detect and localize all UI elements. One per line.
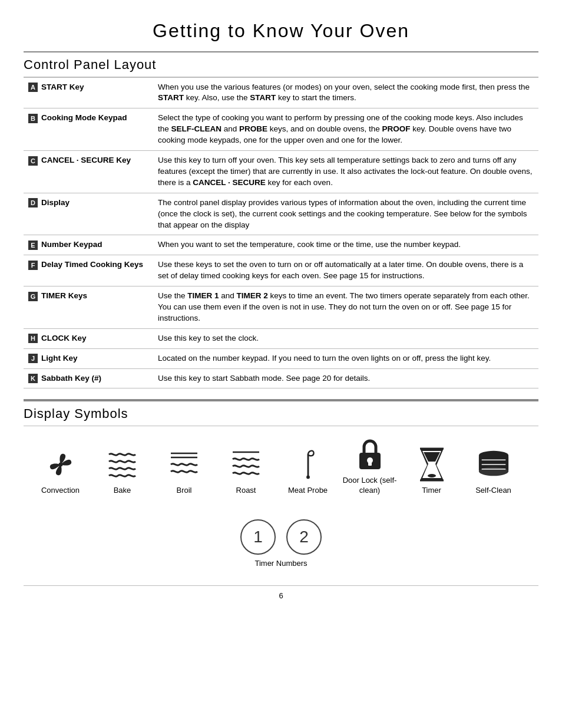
- row-label-cell: ENumber Keypad: [24, 235, 153, 255]
- row-label-cell: GTIMER Keys: [24, 286, 153, 329]
- row-desc-cell: Use this key to turn off your oven. This…: [153, 151, 538, 193]
- row-desc-cell: Located on the number keypad. If you nee…: [153, 348, 538, 368]
- symbol-label: Timer: [422, 486, 441, 496]
- row-label-cell: BCooking Mode Keypad: [24, 108, 153, 151]
- row-desc-cell: Use these keys to set the oven to turn o…: [153, 255, 538, 286]
- bake-icon: [107, 447, 138, 482]
- symbol-label: Bake: [114, 486, 131, 496]
- row-key-label: Light Key: [41, 354, 78, 363]
- symbol-item: Self-Clean: [462, 447, 524, 496]
- table-row: KSabbath Key (#)Use this key to start Sa…: [24, 368, 538, 388]
- table-row: ENumber KeypadWhen you want to set the t…: [24, 235, 538, 255]
- main-title: Getting to Know Your Oven: [24, 12, 538, 51]
- table-row: BCooking Mode KeypadSelect the type of c…: [24, 108, 538, 151]
- row-key-label: Delay Timed Cooking Keys: [41, 260, 143, 269]
- roast-icon: [230, 447, 262, 482]
- timer-numbers-label: Timer Numbers: [24, 558, 538, 569]
- row-badge: E: [28, 241, 38, 250]
- timer-icon: [415, 447, 448, 482]
- row-desc-cell: When you want to set the temperature, co…: [153, 235, 538, 255]
- symbol-item: Door Lock (self-clean): [339, 437, 401, 496]
- row-badge: F: [28, 261, 38, 270]
- control-panel-table: ASTART KeyWhen you use the various featu…: [24, 77, 538, 389]
- row-desc-cell: Use this key to start Sabbath mode. See …: [153, 368, 538, 388]
- table-row: FDelay Timed Cooking KeysUse these keys …: [24, 255, 538, 286]
- svg-point-14: [428, 474, 436, 477]
- timer-number-circle: 2: [286, 519, 322, 555]
- symbol-label: Meat Probe: [288, 486, 328, 496]
- doorlock-icon: [355, 437, 385, 472]
- row-desc-cell: Use this key to set the clock.: [153, 328, 538, 348]
- table-row: CCANCEL · SECURE KeyUse this key to turn…: [24, 151, 538, 193]
- row-key-label: TIMER Keys: [41, 291, 87, 300]
- row-key-label: Sabbath Key (#): [41, 374, 101, 383]
- row-badge: A: [28, 83, 38, 92]
- row-desc-cell: Select the type of cooking you want to p…: [153, 108, 538, 151]
- symbol-label: Broil: [176, 486, 191, 496]
- row-badge: K: [28, 374, 38, 383]
- table-row: JLight KeyLocated on the number keypad. …: [24, 348, 538, 368]
- probe-icon: [294, 447, 322, 482]
- symbol-item: Convection: [29, 447, 91, 496]
- svg-point-17: [478, 467, 508, 476]
- row-label-cell: HCLOCK Key: [24, 328, 153, 348]
- row-label-cell: JLight Key: [24, 348, 153, 368]
- symbol-item: Timer: [401, 447, 462, 496]
- symbol-item: Roast: [215, 447, 277, 496]
- row-label-cell: DDisplay: [24, 193, 153, 235]
- table-row: HCLOCK KeyUse this key to set the clock.: [24, 328, 538, 348]
- display-symbols-title: Display Symbols: [24, 400, 538, 426]
- symbol-item: Meat Probe: [277, 447, 339, 496]
- row-badge: J: [28, 354, 38, 363]
- row-badge: G: [28, 292, 38, 301]
- row-key-label: CLOCK Key: [41, 334, 87, 342]
- page-number: 6: [24, 585, 538, 601]
- row-desc-cell: When you use the various features (or mo…: [153, 77, 538, 108]
- convection-icon: [42, 447, 79, 482]
- row-label-cell: CCANCEL · SECURE Key: [24, 151, 153, 193]
- selfclean-icon: [476, 447, 511, 482]
- row-desc-cell: Use the TIMER 1 and TIMER 2 keys to time…: [153, 286, 538, 329]
- table-row: DDisplayThe control panel display provid…: [24, 193, 538, 235]
- row-badge: D: [28, 198, 38, 207]
- symbol-label: Convection: [41, 486, 80, 496]
- svg-point-5: [306, 476, 310, 479]
- row-key-label: Number Keypad: [41, 240, 103, 249]
- table-row: ASTART KeyWhen you use the various featu…: [24, 77, 538, 108]
- row-key-label: Display: [41, 198, 70, 207]
- row-label-cell: KSabbath Key (#): [24, 368, 153, 388]
- symbol-item: Broil: [153, 447, 215, 496]
- timer-numbers-row: 12: [24, 519, 538, 555]
- row-label-cell: ASTART Key: [24, 77, 153, 108]
- symbol-label: Self-Clean: [475, 486, 511, 496]
- row-key-label: CANCEL · SECURE Key: [41, 156, 131, 164]
- row-key-label: Cooking Mode Keypad: [41, 113, 127, 122]
- row-badge: H: [28, 334, 38, 343]
- symbol-item: Bake: [91, 447, 153, 496]
- symbols-row: ConvectionBakeBroilRoast Meat Probe Door…: [24, 426, 538, 496]
- broil-icon: [168, 447, 200, 482]
- symbol-label: Roast: [236, 486, 256, 496]
- timer-number-circle: 1: [240, 519, 276, 555]
- control-panel-title: Control Panel Layout: [24, 51, 538, 77]
- row-badge: B: [28, 114, 38, 123]
- row-label-cell: FDelay Timed Cooking Keys: [24, 255, 153, 286]
- svg-point-0: [58, 463, 62, 467]
- row-key-label: START Key: [41, 83, 84, 91]
- row-desc-cell: The control panel display provides vario…: [153, 193, 538, 235]
- svg-rect-8: [368, 462, 372, 466]
- symbol-label: Door Lock (self-clean): [339, 476, 401, 496]
- row-badge: C: [28, 156, 38, 166]
- table-row: GTIMER KeysUse the TIMER 1 and TIMER 2 k…: [24, 286, 538, 329]
